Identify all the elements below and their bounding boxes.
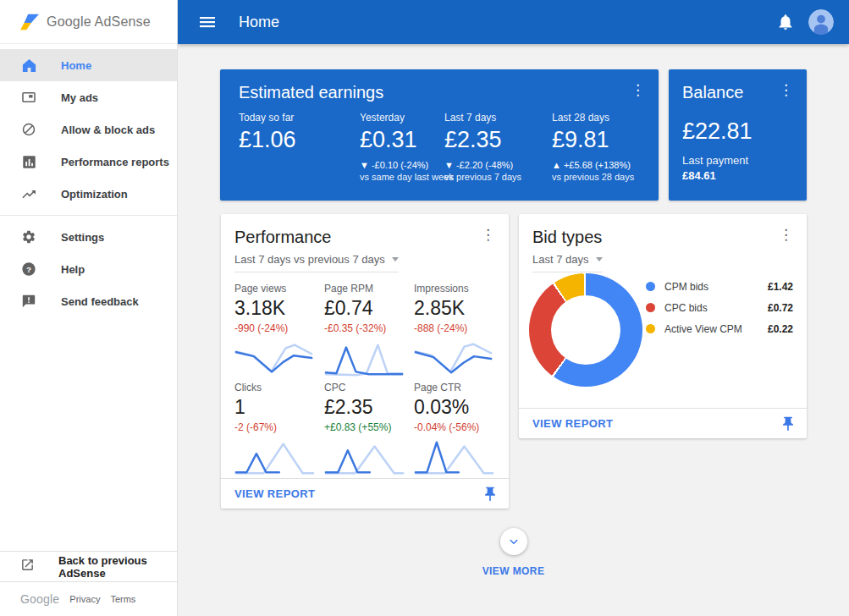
view-report-link[interactable]: VIEW REPORT: [234, 487, 315, 500]
metric-delta: +£0.83 (+55%): [324, 421, 405, 433]
kebab-menu-icon[interactable]: ⋮: [774, 226, 798, 244]
balance-card: Balance ⋮ £22.81 Last payment £84.61: [669, 69, 807, 201]
metric-clicks: Clicks 1 -2 (-67%): [234, 382, 316, 433]
pin-icon[interactable]: [780, 415, 797, 432]
trending-up-icon: [20, 185, 37, 202]
legend-value: £0.72: [768, 302, 793, 314]
view-more-label[interactable]: VIEW MORE: [178, 565, 849, 577]
earnings-col-today: Today so far £1.06: [239, 112, 296, 153]
metric-value: 0.03%: [414, 396, 495, 419]
sidebar-item-home[interactable]: Home: [0, 49, 177, 81]
legend-label: Active View CPM: [664, 323, 742, 335]
sidebar-item-help[interactable]: ? Help: [0, 253, 177, 285]
metric-page-ctr: Page CTR 0.03% -0.04% (-56%): [414, 382, 495, 433]
date-range-dropdown[interactable]: Last 7 days vs previous 7 days: [234, 253, 399, 272]
sidebar-bottom: Back to previous AdSense Google Privacy …: [0, 551, 177, 616]
app-bar: Home: [178, 0, 849, 44]
bar-chart-icon: [20, 153, 37, 170]
chevron-down-icon: [596, 257, 603, 261]
terms-link[interactable]: Terms: [110, 594, 135, 604]
appbar-actions: [776, 9, 834, 35]
legend-dot-cpc: [646, 303, 655, 312]
metric-note: vs same day last week: [360, 172, 454, 182]
card-title: Balance: [682, 83, 743, 102]
adsense-logo: Google AdSense: [0, 0, 177, 44]
metric-value: 1: [234, 396, 316, 419]
legend-row: CPM bids £1.42: [646, 276, 793, 297]
notifications-bell-icon[interactable]: [776, 13, 795, 31]
sidebar-item-performance-reports[interactable]: Performance reports: [0, 146, 177, 178]
performance-metrics-grid: Page views 3.18K -990 (-24%) Page RPM £0…: [221, 272, 509, 481]
user-avatar[interactable]: [808, 9, 834, 35]
metric-delta: ▼ -£0.10 (-24%): [360, 160, 454, 170]
pin-icon[interactable]: [482, 486, 499, 503]
card-title: Estimated earnings: [239, 83, 383, 102]
metric-value: £2.35: [324, 396, 405, 419]
metric-delta: -£0.35 (-32%): [324, 322, 405, 334]
sidebar-item-optimization[interactable]: Optimization: [0, 178, 177, 210]
metric-delta: ▲ +£5.68 (+138%): [552, 160, 634, 170]
legend-dot-cpm: [646, 282, 655, 291]
page-views-sparkline: [234, 339, 316, 382]
svg-text:?: ?: [26, 265, 31, 274]
metric-delta: -0.04% (-56%): [414, 421, 495, 433]
performance-card-footer: VIEW REPORT: [221, 478, 509, 509]
legend-label: CPM bids: [664, 281, 708, 293]
sidebar-divider: [0, 215, 177, 216]
help-icon: ?: [20, 261, 37, 278]
sidebar-item-send-feedback[interactable]: Send feedback: [0, 285, 177, 317]
sidebar-item-settings[interactable]: Settings: [0, 221, 177, 253]
page-title: Home: [239, 14, 279, 31]
metric-delta: ▼ -£2.20 (-48%): [444, 160, 521, 170]
cpc-sparkline: [324, 438, 405, 481]
metric-label: Today so far: [239, 112, 296, 124]
card-title: Performance: [234, 228, 495, 247]
sidebar-item-label: Performance reports: [61, 156, 169, 168]
sidebar-item-label: Settings: [61, 231, 104, 244]
metric-delta: -2 (-67%): [234, 421, 316, 433]
view-more-button[interactable]: [500, 528, 527, 555]
block-icon: [20, 121, 37, 138]
feedback-icon: [20, 293, 37, 310]
kebab-menu-icon[interactable]: ⋮: [476, 226, 500, 244]
metric-delta: -888 (-24%): [414, 322, 495, 334]
bid-types-header: Bid types Last 7 days: [519, 214, 807, 272]
metric-label: Page RPM: [324, 283, 405, 294]
kebab-menu-icon[interactable]: ⋮: [774, 81, 798, 99]
privacy-link[interactable]: Privacy: [69, 594, 100, 604]
earnings-col-last7: Last 7 days £2.35 ▼ -£2.20 (-48%) vs pre…: [444, 112, 521, 182]
date-range-label: Last 7 days: [532, 253, 589, 266]
metric-value: 3.18K: [234, 297, 316, 320]
sidebar-item-my-ads[interactable]: My ads: [0, 81, 177, 113]
sidebar-item-label: Optimization: [61, 188, 128, 201]
sidebar-nav: Home My ads Allow & block ads Performanc…: [0, 44, 177, 317]
metric-page-rpm: Page RPM £0.74 -£0.35 (-32%): [324, 283, 405, 334]
metric-label: Last 28 days: [552, 112, 634, 124]
metric-note: vs previous 28 days: [552, 172, 634, 182]
legend-row: Active View CPM £0.22: [646, 318, 793, 339]
estimated-earnings-card: Estimated earnings ⋮ Today so far £1.06 …: [220, 69, 659, 201]
legend-label: CPC bids: [664, 302, 708, 314]
back-to-previous-adsense-link[interactable]: Back to previous AdSense: [0, 551, 177, 582]
metric-value: £9.81: [552, 127, 634, 153]
metric-value: 2.85K: [414, 297, 495, 320]
last-payment-label: Last payment: [682, 154, 748, 167]
metric-value: £2.35: [444, 127, 521, 153]
impressions-sparkline: [414, 339, 495, 382]
date-range-label: Last 7 days vs previous 7 days: [234, 253, 385, 266]
date-range-dropdown[interactable]: Last 7 days: [532, 253, 603, 272]
brand-text: Google AdSense: [47, 14, 151, 30]
kebab-menu-icon[interactable]: ⋮: [626, 81, 650, 99]
sidebar-item-allow-block-ads[interactable]: Allow & block ads: [0, 113, 177, 146]
page-rpm-sparkline: [324, 339, 405, 382]
earnings-col-last28: Last 28 days £9.81 ▲ +£5.68 (+138%) vs p…: [552, 112, 634, 182]
sidebar-item-label: Allow & block ads: [61, 124, 155, 136]
bid-types-donut: [529, 273, 642, 387]
hamburger-menu-icon[interactable]: [199, 14, 216, 30]
open-in-new-icon: [20, 558, 35, 575]
adsense-logo-icon: [20, 14, 39, 30]
balance-value: £22.81: [682, 118, 753, 145]
sidebar-item-label: Home: [61, 59, 91, 72]
view-report-link[interactable]: VIEW REPORT: [532, 417, 613, 430]
page-ctr-sparkline: [414, 438, 495, 481]
